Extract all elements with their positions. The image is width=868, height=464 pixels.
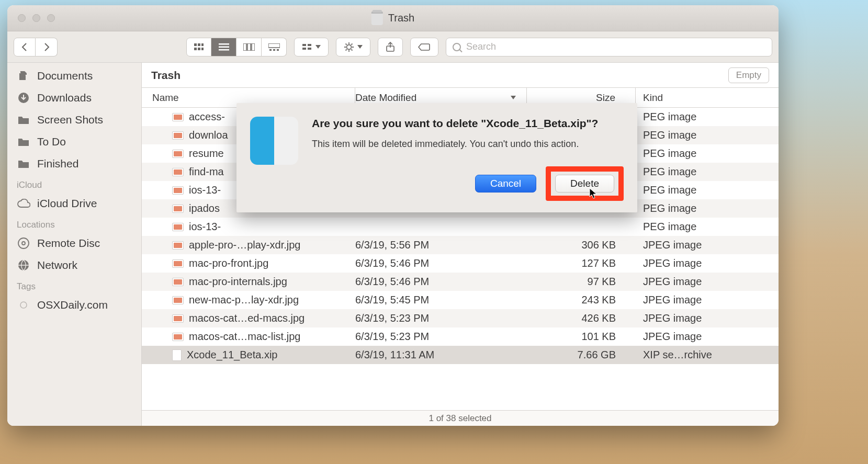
file-kind: JPEG image <box>636 312 779 324</box>
svg-point-20 <box>347 44 352 49</box>
file-name: find-ma <box>189 166 224 178</box>
delete-button[interactable]: Delete <box>555 175 614 193</box>
sidebar-item-label: Documents <box>37 70 93 82</box>
file-icon <box>172 259 184 268</box>
svg-rect-1 <box>198 43 200 46</box>
file-date: 6/3/19, 5:23 PM <box>355 331 527 343</box>
finder-icon <box>250 117 298 165</box>
window-title: Trash <box>371 12 414 25</box>
chevron-down-icon <box>357 45 363 49</box>
sidebar-item-finished[interactable]: Finished <box>7 153 141 175</box>
svg-point-32 <box>18 238 29 248</box>
path-bar: Trash Empty <box>142 63 779 88</box>
file-row[interactable]: new-mac-p…lay-xdr.jpg6/3/19, 5:45 PM243 … <box>142 291 779 309</box>
svg-line-27 <box>346 49 347 50</box>
file-icon <box>172 296 184 304</box>
empty-trash-button[interactable]: Empty <box>728 67 769 83</box>
file-row[interactable]: macos-cat…mac-list.jpg6/3/19, 5:23 PM101… <box>142 327 779 346</box>
sidebar-item-remote-disc[interactable]: Remote Disc <box>7 232 141 254</box>
svg-line-28 <box>351 43 352 44</box>
sidebar-item-label: Remote Disc <box>37 237 100 250</box>
file-icon <box>172 278 184 286</box>
svg-rect-0 <box>194 43 197 46</box>
sidebar-item-downloads[interactable]: Downloads <box>7 87 141 109</box>
file-name: mac-pro-front.jpg <box>189 257 268 269</box>
sidebar-item-osxdaily-com[interactable]: OSXDaily.com <box>7 294 141 316</box>
svg-rect-15 <box>277 49 279 51</box>
action-menu-button[interactable] <box>336 38 370 56</box>
file-icon <box>172 223 184 231</box>
sidebar-item-documents[interactable]: Documents <box>7 65 141 87</box>
annotation-highlight: Delete <box>546 166 624 201</box>
file-size: 101 KB <box>527 331 636 343</box>
svg-rect-8 <box>219 49 229 51</box>
column-header-kind[interactable]: Kind <box>636 88 779 107</box>
file-size: 426 KB <box>527 312 636 324</box>
minimize-window-button[interactable] <box>32 14 40 22</box>
file-name: apple-pro-…play-xdr.jpg <box>189 239 300 251</box>
file-row[interactable]: mac-pro-internals.jpg6/3/19, 5:46 PM97 K… <box>142 273 779 291</box>
file-kind: PEG image <box>636 129 779 141</box>
search-input[interactable] <box>465 41 765 53</box>
toolbar <box>7 31 779 63</box>
file-row[interactable]: Xcode_11_Beta.xip6/3/19, 11:31 AM7.66 GB… <box>142 346 779 364</box>
file-kind: PEG image <box>636 202 779 214</box>
file-kind: JPEG image <box>636 276 779 288</box>
svg-rect-16 <box>302 44 306 46</box>
svg-rect-14 <box>273 49 275 51</box>
tags-button[interactable] <box>410 38 438 56</box>
chevron-down-icon <box>315 45 321 49</box>
file-row[interactable]: mac-pro-front.jpg6/3/19, 5:46 PM127 KBJP… <box>142 254 779 273</box>
file-icon <box>172 349 182 361</box>
file-icon <box>172 333 184 341</box>
file-kind: PEG image <box>636 221 779 233</box>
back-button[interactable] <box>14 38 36 56</box>
sidebar-item-screen-shots[interactable]: Screen Shots <box>7 109 141 131</box>
search-field[interactable] <box>446 38 772 56</box>
sidebar-item-label: Downloads <box>37 92 92 104</box>
cancel-button[interactable]: Cancel <box>475 175 536 193</box>
file-size: 127 KB <box>527 257 636 269</box>
sidebar-item-icloud-drive[interactable]: iCloud Drive <box>7 193 141 214</box>
file-kind: PEG image <box>636 111 779 123</box>
documents-icon <box>17 69 30 83</box>
downloads-icon <box>17 91 30 105</box>
file-row[interactable]: macos-cat…ed-macs.jpg6/3/19, 5:23 PM426 … <box>142 309 779 327</box>
sidebar-item-to-do[interactable]: To Do <box>7 131 141 153</box>
file-icon <box>172 150 184 158</box>
svg-rect-12 <box>268 43 280 48</box>
file-kind: JPEG image <box>636 257 779 269</box>
svg-rect-7 <box>219 46 229 48</box>
view-icons-button[interactable] <box>186 38 211 56</box>
file-name: mac-pro-internals.jpg <box>189 276 287 288</box>
sort-chevron-icon <box>511 96 516 99</box>
forward-button[interactable] <box>36 38 58 56</box>
file-icon <box>172 168 184 176</box>
maximize-window-button[interactable] <box>47 14 55 22</box>
trash-icon <box>371 12 383 25</box>
file-icon <box>172 241 184 250</box>
file-row[interactable]: ios-13-PEG image <box>142 218 779 236</box>
file-icon <box>172 314 184 323</box>
sidebar-item-network[interactable]: Network <box>7 254 141 276</box>
folder-icon <box>17 113 30 127</box>
share-button[interactable] <box>378 38 403 56</box>
view-columns-button[interactable] <box>236 38 262 56</box>
disc-icon <box>17 236 30 250</box>
view-list-button[interactable] <box>211 38 236 56</box>
svg-rect-5 <box>201 48 204 50</box>
svg-rect-11 <box>252 43 255 51</box>
file-row[interactable]: apple-pro-…play-xdr.jpg6/3/19, 5:56 PM30… <box>142 236 779 254</box>
svg-point-33 <box>22 242 25 245</box>
file-name: ipados <box>189 202 220 214</box>
file-icon <box>172 205 184 213</box>
svg-rect-9 <box>243 43 246 51</box>
view-segmented-control <box>186 38 287 56</box>
status-bar: 1 of 38 selected <box>142 410 779 426</box>
group-by-button[interactable] <box>294 38 329 56</box>
file-kind: JPEG image <box>636 331 779 343</box>
close-window-button[interactable] <box>18 14 26 22</box>
svg-line-25 <box>346 43 347 44</box>
svg-rect-18 <box>302 48 306 50</box>
view-gallery-button[interactable] <box>262 38 287 56</box>
